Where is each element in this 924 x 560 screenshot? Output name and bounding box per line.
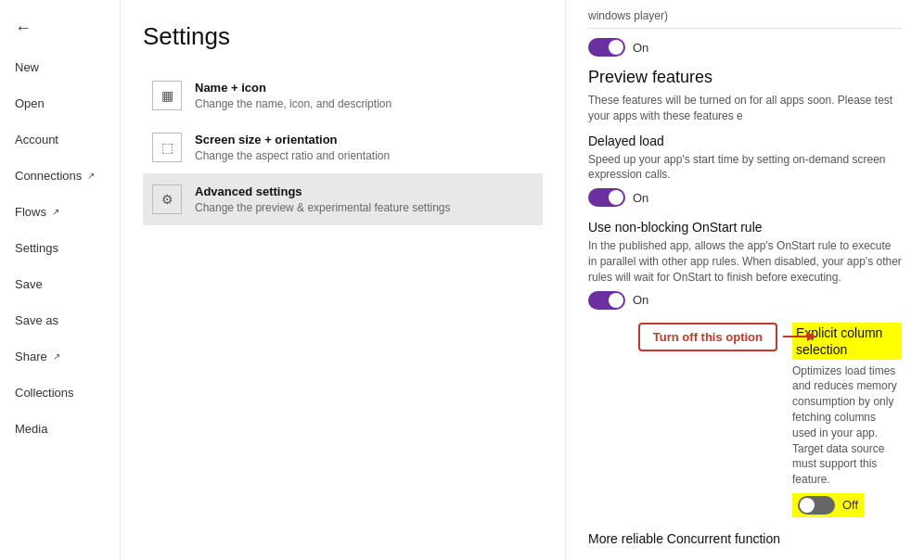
external-link-icon: ↗ bbox=[52, 207, 59, 217]
explicit-column-toggle[interactable] bbox=[798, 496, 835, 515]
option-advanced-text: Advanced settings Change the preview & e… bbox=[195, 185, 451, 214]
external-link-icon: ↗ bbox=[87, 171, 95, 181]
top-bar-text: windows player) bbox=[588, 9, 668, 22]
option-title: Screen size + orientation bbox=[195, 133, 390, 146]
sidebar-item-connections[interactable]: Connections ↗ bbox=[0, 158, 120, 194]
feature-desc: Optimizes load times and reduces memory … bbox=[792, 363, 902, 488]
explicit-column-toggle-highlight: Off bbox=[792, 493, 864, 517]
sidebar-item-new[interactable]: New bbox=[0, 49, 120, 85]
delayed-load-toggle[interactable] bbox=[588, 188, 625, 207]
option-screen-size-text: Screen size + orientation Change the asp… bbox=[195, 133, 390, 162]
sidebar-item-settings[interactable]: Settings bbox=[0, 230, 120, 266]
toggle-thumb bbox=[800, 498, 815, 513]
settings-title: Settings bbox=[143, 22, 543, 51]
sidebar-item-label: Save bbox=[15, 277, 43, 291]
sidebar-item-label: Account bbox=[15, 133, 58, 146]
option-desc: Change the aspect ratio and orientation bbox=[195, 149, 390, 162]
callout-right-content: Explicit column selection Optimizes load… bbox=[792, 323, 902, 518]
callout-arrow bbox=[783, 327, 820, 346]
callout-text: Turn off this option bbox=[653, 330, 763, 344]
feature-delayed-load: Delayed load Speed up your app's start t… bbox=[588, 134, 902, 208]
right-features-panel: windows player) On Preview features Thes… bbox=[566, 0, 924, 560]
sidebar: ← New Open Account Connections ↗ Flows ↗… bbox=[0, 0, 121, 560]
back-icon: ← bbox=[15, 19, 32, 37]
option-desc: Change the preview & experimental featur… bbox=[195, 201, 451, 214]
toggle-label: On bbox=[633, 293, 648, 307]
feature-title: Use non-blocking OnStart rule bbox=[588, 220, 902, 235]
non-blocking-toggle[interactable] bbox=[588, 291, 625, 310]
callout-container: Turn off this option Explicit column sel… bbox=[588, 323, 902, 518]
settings-option-advanced[interactable]: ⚙ Advanced settings Change the preview &… bbox=[143, 173, 543, 225]
option-title: Advanced settings bbox=[195, 185, 451, 198]
name-icon-icon: ▦ bbox=[152, 81, 182, 110]
sidebar-item-label: Connections bbox=[15, 169, 82, 183]
preview-section-title: Preview features bbox=[588, 68, 902, 87]
sidebar-item-save-as[interactable]: Save as bbox=[0, 302, 120, 338]
feature-explicit-column: Turn off this option Explicit column sel… bbox=[588, 323, 902, 518]
svg-marker-1 bbox=[807, 332, 816, 341]
sidebar-item-open[interactable]: Open bbox=[0, 85, 120, 121]
sidebar-item-label: Open bbox=[15, 96, 45, 110]
settings-options-panel: Settings ▦ Name + icon Change the name, … bbox=[121, 0, 566, 560]
sidebar-item-label: Save as bbox=[15, 313, 58, 327]
callout-side: Turn off this option bbox=[588, 323, 792, 351]
external-link-icon: ↗ bbox=[53, 351, 60, 362]
option-name-icon-text: Name + icon Change the name, icon, and d… bbox=[195, 81, 391, 110]
top-bar: windows player) bbox=[588, 0, 902, 29]
settings-option-screen-size[interactable]: ⬚ Screen size + orientation Change the a… bbox=[143, 121, 543, 173]
sidebar-item-share[interactable]: Share ↗ bbox=[0, 338, 120, 375]
feature-non-blocking: Use non-blocking OnStart rule In the pub… bbox=[588, 220, 902, 309]
top-toggle-row: On bbox=[588, 38, 902, 57]
toggle-thumb bbox=[609, 40, 623, 55]
feature-title: Delayed load bbox=[588, 134, 902, 148]
sidebar-item-label: New bbox=[15, 60, 39, 74]
top-toggle[interactable] bbox=[588, 38, 625, 57]
sidebar-item-account[interactable]: Account bbox=[0, 121, 120, 158]
toggle-thumb bbox=[609, 293, 623, 308]
top-toggle-label: On bbox=[633, 41, 648, 55]
callout-box: Turn off this option bbox=[638, 323, 777, 351]
feature-concurrent-function: More reliable Concurrent function bbox=[588, 531, 902, 546]
advanced-settings-icon: ⚙ bbox=[152, 185, 182, 214]
option-title: Name + icon bbox=[195, 81, 391, 95]
sidebar-item-flows[interactable]: Flows ↗ bbox=[0, 194, 120, 230]
sidebar-item-label: Settings bbox=[15, 241, 58, 255]
back-button[interactable]: ← bbox=[0, 7, 120, 49]
main-content: Settings ▦ Name + icon Change the name, … bbox=[121, 0, 924, 560]
sidebar-item-collections[interactable]: Collections bbox=[0, 375, 120, 411]
delayed-load-toggle-row: On bbox=[588, 188, 902, 207]
settings-option-name-icon[interactable]: ▦ Name + icon Change the name, icon, and… bbox=[143, 70, 543, 121]
toggle-thumb bbox=[609, 190, 623, 205]
non-blocking-toggle-row: On bbox=[588, 291, 902, 310]
preview-section-desc: These features will be turned on for all… bbox=[588, 93, 902, 124]
sidebar-item-label: Flows bbox=[15, 205, 46, 219]
feature-desc: In the published app, allows the app's O… bbox=[588, 238, 902, 285]
sidebar-item-label: Share bbox=[15, 350, 47, 363]
toggle-label: Off bbox=[842, 498, 858, 512]
feature-desc: Speed up your app's start time by settin… bbox=[588, 152, 902, 184]
option-desc: Change the name, icon, and description bbox=[195, 97, 391, 110]
feature-title: More reliable Concurrent function bbox=[588, 531, 902, 546]
sidebar-item-label: Media bbox=[15, 422, 47, 436]
screen-size-icon: ⬚ bbox=[152, 133, 182, 162]
sidebar-item-media[interactable]: Media bbox=[0, 411, 120, 447]
sidebar-item-label: Collections bbox=[15, 386, 74, 400]
sidebar-item-save[interactable]: Save bbox=[0, 266, 120, 302]
toggle-label: On bbox=[633, 191, 648, 205]
